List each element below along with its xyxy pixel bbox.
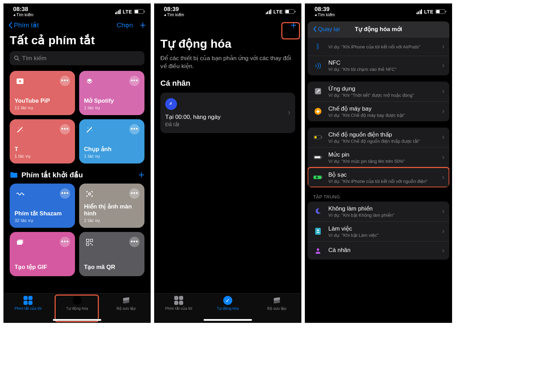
row-subtitle: Ví dụ: "Khi iPhone của tôi kết nối với A…	[328, 44, 437, 49]
moon-icon	[312, 206, 324, 217]
shortcut-tile[interactable]: ••• T 1 tác vụ	[10, 119, 75, 164]
search-input[interactable]: Tìm kiếm	[10, 51, 144, 65]
clock-icon	[165, 98, 177, 110]
trigger-row-app[interactable]: Ứng dụng Ví dụ: "Khi "Thời tiết" được mở…	[308, 82, 449, 101]
screen-automation: 08:39 ◂ Tìm kiếm LTE + Tự động hóa Để cá…	[154, 3, 301, 323]
trigger-row-airplane[interactable]: Chế độ máy bay Ví dụ: "Khi Chế độ máy ba…	[308, 101, 449, 121]
shortcut-tile[interactable]: ••• Tạo mã QR	[79, 232, 144, 276]
trigger-list-connectivity: ᛒ Ví dụ: "Khi iPhone của tôi kết nối với…	[308, 38, 449, 75]
chevron-right-icon: ›	[442, 246, 444, 255]
svg-line-1	[18, 59, 19, 60]
svg-point-6	[87, 128, 88, 128]
more-button[interactable]: •••	[60, 76, 70, 86]
row-subtitle: Ví dụ: "Khi iPhone của tôi kết nối với n…	[328, 179, 437, 184]
tab-automation[interactable]: ✓ Tự động hóa	[53, 296, 102, 311]
svg-rect-15	[90, 243, 91, 244]
nav-back[interactable]: Phím tắt	[8, 21, 39, 29]
trigger-row-nfc[interactable]: ›)) NFC Ví dụ: "Khi tôi chạm vào thẻ NFC…	[308, 56, 449, 75]
starter-grid: ••• Phím tắt Shazam 32 tác vụ ••• Hiển t…	[3, 184, 151, 276]
more-button[interactable]: •••	[129, 76, 140, 86]
breadcrumb-back[interactable]: ◂ Tìm kiếm	[164, 13, 184, 17]
chevron-right-icon: ›	[442, 153, 444, 162]
more-button[interactable]: •••	[60, 237, 70, 247]
svg-rect-27	[322, 177, 322, 178]
chevron-right-icon: ›	[442, 107, 444, 116]
back-button[interactable]: Quay lại	[313, 26, 340, 33]
trigger-row-battery[interactable]: Mức pin Ví dụ: "Khi mức pin tăng lên trê…	[308, 147, 449, 167]
person-icon	[312, 245, 324, 256]
breadcrumb-back[interactable]: ◂ Tìm kiếm	[13, 13, 34, 17]
tile-title: Phím tắt Shazam	[15, 210, 70, 217]
row-subtitle: Ví dụ: "Khi "Thời tiết" được mở hoặc đón…	[328, 93, 437, 98]
trigger-row-person[interactable]: Cá nhân ›	[308, 241, 449, 260]
svg-rect-22	[321, 137, 322, 138]
home-indicator[interactable]	[53, 319, 101, 321]
badge-icon	[312, 226, 324, 237]
tile-subtitle: 11 tác vụ	[15, 105, 70, 110]
svg-point-9	[88, 193, 91, 195]
trigger-row-moon[interactable]: Không làm phiền Ví dụ: "Khi bật Không là…	[308, 202, 449, 221]
breadcrumb-back[interactable]: ◂ Tìm kiếm	[315, 13, 335, 17]
shortcut-tile[interactable]: ••• Mở Spotify 1 tác vụ	[79, 71, 144, 115]
trigger-row-charger[interactable]: Bộ sạc Ví dụ: "Khi iPhone của tôi kết nố…	[308, 167, 449, 187]
carrier-label: LTE	[273, 9, 283, 15]
svg-point-5	[22, 127, 22, 128]
row-title: Ứng dụng	[328, 85, 437, 92]
carrier-label: LTE	[123, 9, 132, 15]
automation-title: Tại 00:00, hàng ngày	[165, 113, 284, 121]
tab-bar: Phím tắt của tôi ✓ Tự động hóa Bộ sưu tậ…	[154, 293, 301, 323]
tile-title: Hiển thị ảnh màn hình	[84, 203, 140, 217]
automation-card[interactable]: Tại 00:00, hàng ngày Đã tắt ›	[160, 93, 295, 133]
wave-icon	[15, 188, 26, 199]
shortcut-tile[interactable]: ••• Chụp ảnh 1 tác vụ	[79, 119, 144, 164]
add-automation-button[interactable]: +	[290, 20, 297, 30]
more-button[interactable]: •••	[129, 124, 140, 134]
home-indicator[interactable]	[204, 319, 252, 321]
tab-bar: Phím tắt của tôi ✓ Tự động hóa Bộ sưu tậ…	[3, 293, 151, 323]
add-button[interactable]: +	[140, 20, 146, 30]
row-title: Mức pin	[328, 151, 437, 158]
trigger-row-bluetooth[interactable]: ᛒ Ví dụ: "Khi iPhone của tôi kết nối với…	[308, 38, 449, 56]
shortcut-tile[interactable]: ••• Hiển thị ảnh màn hình 2 tác vụ	[79, 184, 144, 228]
tile-title: YouTube PiP	[15, 97, 70, 104]
trigger-row-lowbat[interactable]: Chế độ nguồn điện thấp Ví dụ: "Khi Chế đ…	[308, 128, 449, 147]
svg-rect-28	[315, 228, 321, 235]
svg-rect-24	[315, 156, 320, 158]
tab-automation[interactable]: ✓ Tự động hóa	[204, 296, 252, 311]
tile-subtitle: 1 tác vụ	[15, 153, 70, 159]
chevron-right-icon: ›	[442, 207, 444, 216]
choose-button[interactable]: Chọn	[117, 21, 133, 29]
svg-rect-30	[317, 232, 319, 233]
shortcut-tile[interactable]: ••• Phím tắt Shazam 32 tác vụ	[10, 184, 75, 228]
nav-bar: Phím tắt Chọn +	[3, 18, 151, 33]
tab-shortcuts[interactable]: Phím tắt của tôi	[4, 296, 53, 311]
more-button[interactable]: •••	[60, 124, 70, 134]
svg-rect-16	[92, 244, 93, 245]
more-button[interactable]: •••	[60, 188, 70, 199]
nfc-icon: ›))	[312, 60, 324, 71]
svg-point-8	[91, 127, 92, 128]
carrier-label: LTE	[424, 9, 433, 15]
trigger-list-power: Chế độ nguồn điện thấp Ví dụ: "Khi Chế đ…	[308, 128, 449, 187]
shortcut-tile[interactable]: ••• Tạo tệp GIF	[10, 232, 75, 276]
page-title: Tự động hóa	[154, 33, 301, 55]
chevron-right-icon: ›	[288, 108, 290, 117]
row-title: Chế độ máy bay	[328, 105, 437, 112]
screen-new-automation: 08:39 ◂ Tìm kiếm LTE Quay lại Tự động hó…	[305, 3, 452, 323]
automation-status: Đã tắt	[165, 121, 284, 128]
tab-gallery[interactable]: Bộ sưu tập	[102, 296, 151, 311]
tab-shortcuts[interactable]: Phím tắt của tôi	[154, 296, 203, 311]
section-header: Phím tắt khởi đầu +	[3, 164, 151, 184]
chevron-right-icon: ›	[442, 227, 444, 236]
trigger-row-badge[interactable]: Làm việc Ví dụ: "Khi bật Làm việc" ›	[308, 221, 449, 241]
row-subtitle: Ví dụ: "Khi bật Không làm phiền"	[328, 213, 437, 218]
shortcut-tile[interactable]: ••• YouTube PiP 11 tác vụ	[10, 71, 75, 115]
tab-gallery[interactable]: Bộ sưu tập	[253, 296, 301, 311]
more-button[interactable]: •••	[129, 237, 140, 247]
wand-icon	[15, 124, 26, 135]
signal-icon	[266, 9, 272, 14]
status-bar: 08:39 ◂ Tìm kiếm LTE	[305, 3, 452, 18]
svg-point-29	[317, 230, 319, 231]
more-button[interactable]: •••	[129, 188, 140, 199]
add-section-button[interactable]: +	[138, 170, 144, 180]
